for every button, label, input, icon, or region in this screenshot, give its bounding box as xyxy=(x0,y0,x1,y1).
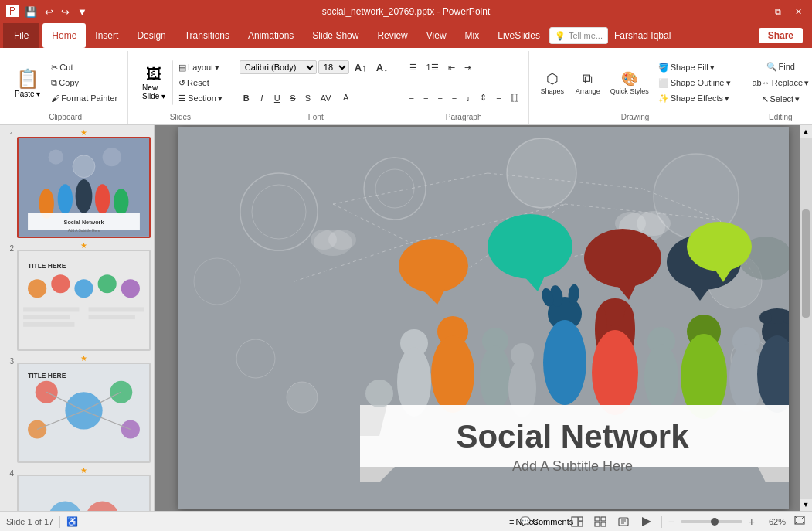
menu-transitions[interactable]: Transitions xyxy=(175,23,239,48)
reset-button[interactable]: ↺ Reset xyxy=(175,76,226,90)
scroll-track[interactable] xyxy=(800,138,812,499)
slide-img-2[interactable]: TITLE HERE xyxy=(17,250,151,351)
menu-home[interactable]: Home xyxy=(42,23,86,48)
comments-button[interactable]: 💬 Comments xyxy=(539,514,555,529)
char-spacing-button[interactable]: AV xyxy=(317,91,335,105)
decrease-indent-button[interactable]: ⇤ xyxy=(444,61,459,75)
slides-row: 🖼 NewSlide ▾ ▤ Layout ▾ ↺ Reset ☰ Sectio… xyxy=(134,53,226,113)
increase-indent-button[interactable]: ⇥ xyxy=(460,61,475,75)
shape-outline-button[interactable]: ⬜ Shape Outline ▾ xyxy=(654,76,736,90)
menu-file[interactable]: File xyxy=(3,23,39,48)
customize-qat-button[interactable]: ▼ xyxy=(76,5,89,19)
menu-liveslides[interactable]: LiveSlides xyxy=(488,23,549,48)
underline-button[interactable]: U xyxy=(270,91,284,105)
fit-window-icon xyxy=(793,515,806,526)
save-qat-button[interactable]: 💾 xyxy=(23,5,39,19)
shape-fill-button[interactable]: 🪣 Shape Fill ▾ xyxy=(654,60,736,74)
text-direction-button[interactable]: ⇕ xyxy=(476,91,491,105)
replace-button[interactable]: ab↔ Replace ▾ xyxy=(749,76,813,90)
slide-canvas[interactable]: Social Network Add A Subtitle Here xyxy=(178,127,789,509)
menu-slideshow[interactable]: Slide Show xyxy=(303,23,368,48)
slide-img-3[interactable]: TITLE HERE xyxy=(17,363,151,464)
svg-rect-131 xyxy=(572,517,578,526)
canvas-area[interactable]: Social Network Add A Subtitle Here ▲ ▼ xyxy=(155,125,812,511)
svg-point-14 xyxy=(28,279,46,298)
user-name: Farshad Iqbal xyxy=(614,30,671,41)
new-slide-button[interactable]: 🖼 NewSlide ▾ xyxy=(134,60,173,106)
select-button[interactable]: ↖ Select ▾ xyxy=(758,92,804,106)
align-left-button[interactable]: ≡ xyxy=(406,91,418,105)
undo-qat-button[interactable]: ↩ xyxy=(43,5,55,19)
scroll-down-button[interactable]: ▼ xyxy=(800,499,812,511)
slide-sorter-button[interactable] xyxy=(592,514,609,529)
layout-button[interactable]: ▤ Layout ▾ xyxy=(175,60,226,74)
align-center-button[interactable]: ≡ xyxy=(420,91,432,105)
slide-panel[interactable]: 1 ★ xyxy=(0,125,155,511)
copy-icon: ⧉ xyxy=(51,78,57,88)
format-painter-button[interactable]: 🖌 Format Painter xyxy=(47,91,121,105)
slide-img-4[interactable] xyxy=(17,475,151,511)
shadow-button[interactable]: S xyxy=(301,91,315,105)
paste-button[interactable]: 📋 Paste ▾ xyxy=(9,60,46,106)
zoom-out-button[interactable]: − xyxy=(668,516,674,528)
menu-insert[interactable]: Insert xyxy=(86,23,127,48)
scroll-thumb[interactable] xyxy=(802,209,810,318)
menu-review[interactable]: Review xyxy=(368,23,416,48)
zoom-thumb[interactable] xyxy=(711,518,719,526)
align-right-button[interactable]: ≡ xyxy=(433,91,446,105)
menu-design[interactable]: Design xyxy=(127,23,175,48)
redo-qat-button[interactable]: ↪ xyxy=(59,5,71,19)
slide-thumb-1[interactable]: 1 ★ xyxy=(3,128,151,238)
slide-img-1[interactable]: Social Network Add A Subtitle Here xyxy=(17,137,151,238)
bullets-button[interactable]: ☰ xyxy=(406,61,421,75)
shape-effects-button[interactable]: ✨ Shape Effects ▾ xyxy=(654,91,736,105)
italic-button[interactable]: I xyxy=(255,91,269,105)
reading-view-button[interactable] xyxy=(615,514,632,529)
menu-mix[interactable]: Mix xyxy=(456,23,489,48)
font-group: Calibri (Body) 18 A↑ A↓ B I U S S AV A F… xyxy=(233,51,399,124)
slide-count: Slide 1 of 17 xyxy=(6,517,53,526)
normal-view-button[interactable] xyxy=(569,514,586,529)
copy-button[interactable]: ⧉ Copy xyxy=(47,76,121,90)
slide-thumb-4[interactable]: 4 ★ xyxy=(3,466,151,511)
slide-thumb-2[interactable]: 2 ★ TITLE HERE xyxy=(3,241,151,351)
justify-button[interactable]: ≡ xyxy=(448,91,460,105)
shapes-button[interactable]: ⬡ Shapes xyxy=(535,63,569,102)
scroll-up-button[interactable]: ▲ xyxy=(800,125,812,138)
cut-button[interactable]: ✂ Cut xyxy=(47,60,121,74)
font-face-select[interactable]: Calibri (Body) xyxy=(240,60,317,74)
slideshow-button[interactable] xyxy=(638,514,655,529)
zoom-in-button[interactable]: + xyxy=(749,516,755,528)
slide-thumb-3[interactable]: 3 ★ xyxy=(3,354,151,464)
numbering-button[interactable]: 1☰ xyxy=(423,61,443,75)
section-button[interactable]: ☰ Section ▾ xyxy=(175,91,226,105)
svg-rect-22 xyxy=(89,307,144,311)
quick-styles-button[interactable]: 🎨 Quick Styles xyxy=(606,63,653,102)
font-color-button[interactable]: A xyxy=(337,91,355,105)
tell-me-box[interactable]: 💡 Tell me... xyxy=(549,27,608,44)
svg-rect-132 xyxy=(579,517,583,521)
zoom-slider[interactable] xyxy=(681,520,742,523)
smartart-button[interactable]: ⟦⟧ xyxy=(507,91,522,105)
strikethrough-button[interactable]: S xyxy=(286,91,300,105)
increase-font-button[interactable]: A↑ xyxy=(351,60,371,74)
paragraph-group: ☰ 1☰ ⇤ ⇥ ≡ ≡ ≡ ≡ ⫾ ⇕ ≡ ⟦⟧ Paragraph xyxy=(399,51,529,124)
minimize-button[interactable]: ─ xyxy=(750,6,766,17)
arrange-button[interactable]: ⧉ Arrange xyxy=(571,63,605,102)
editing-group: 🔍 Find ab↔ Replace ▾ ↖ Select ▾ Editing xyxy=(742,51,813,124)
svg-point-18 xyxy=(121,279,140,298)
vertical-scrollbar[interactable]: ▲ ▼ xyxy=(800,125,812,511)
menu-view[interactable]: View xyxy=(417,23,456,48)
columns-button[interactable]: ⫾ xyxy=(462,91,474,105)
menu-animations[interactable]: Animations xyxy=(239,23,303,48)
font-size-select[interactable]: 18 xyxy=(318,60,349,74)
bold-button[interactable]: B xyxy=(240,91,253,105)
fit-to-window-button[interactable] xyxy=(793,515,806,528)
align-text-button[interactable]: ≡ xyxy=(492,91,505,105)
close-button[interactable]: ✕ xyxy=(790,6,806,17)
decrease-font-button[interactable]: A↓ xyxy=(372,60,392,74)
find-button[interactable]: 🔍 Find xyxy=(763,60,799,73)
zoom-level: 62% xyxy=(761,517,786,526)
restore-button[interactable]: ⧉ xyxy=(770,6,786,17)
share-button[interactable]: Share xyxy=(759,28,803,43)
